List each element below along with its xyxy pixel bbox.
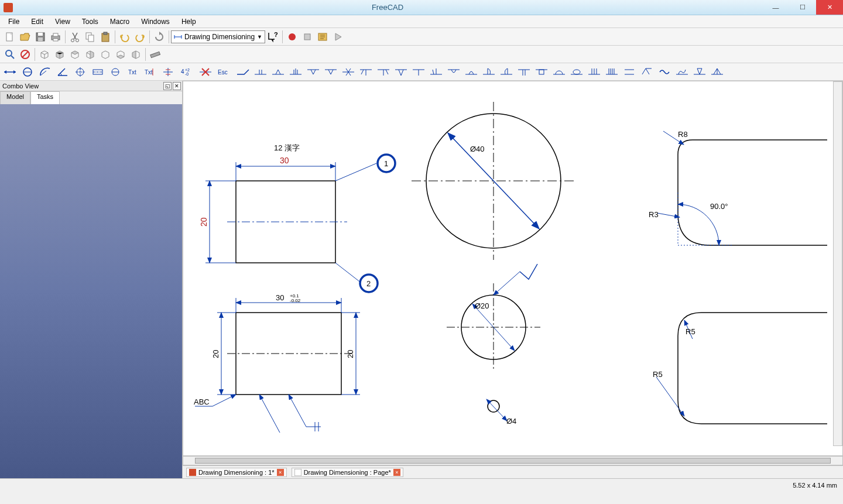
weld-sym-10-icon[interactable]: [393, 65, 409, 79]
weld-sym-3-icon[interactable]: [270, 65, 286, 79]
weld-sym-25-icon[interactable]: [657, 65, 672, 79]
linear-dim-icon[interactable]: [2, 65, 18, 79]
paste-icon[interactable]: [98, 29, 113, 44]
delete-dim-icon[interactable]: [198, 65, 213, 79]
right-view-icon[interactable]: [83, 47, 98, 62]
tolerance-icon[interactable]: [160, 65, 176, 79]
weld-sym-11-icon[interactable]: [411, 65, 426, 79]
workbench-selector[interactable]: Drawing Dimensioning ▼: [171, 30, 265, 43]
status-coords: 5.52 x 4.14 mm: [793, 482, 837, 489]
redo-icon[interactable]: [132, 29, 148, 44]
circle-dim-icon[interactable]: [20, 65, 35, 79]
angle-dim-icon[interactable]: [55, 65, 70, 79]
bottom-view-icon[interactable]: [113, 47, 128, 62]
undo-icon[interactable]: [117, 29, 132, 44]
doctab-1-close-icon[interactable]: ×: [277, 469, 284, 476]
svg-line-61: [331, 70, 333, 74]
svg-rect-2: [38, 33, 43, 36]
weld-sym-2-icon[interactable]: [253, 65, 268, 79]
dim-rect2-hleft: 20: [211, 350, 220, 358]
minimize-button[interactable]: —: [762, 0, 789, 15]
horizontal-scrollbar[interactable]: [183, 456, 843, 465]
maximize-button[interactable]: ☐: [789, 0, 816, 15]
print-icon[interactable]: [48, 29, 63, 44]
weld-sym-23-icon[interactable]: [622, 65, 637, 79]
table-icon[interactable]: 4+2-0: [178, 65, 193, 79]
weld-sym-5-icon[interactable]: [306, 65, 321, 79]
weld-sym-8-icon[interactable]: [358, 65, 373, 79]
run-macro-icon[interactable]: [330, 29, 345, 44]
weld-sym-1-icon[interactable]: [235, 65, 251, 79]
weld-sym-19-icon[interactable]: [551, 65, 567, 79]
weld-sym-21-icon[interactable]: [587, 65, 602, 79]
refresh-icon[interactable]: [152, 29, 167, 44]
weld-sym-17-icon[interactable]: [516, 65, 532, 79]
doctab-2[interactable]: Drawing Dimensioning : Page* ×: [292, 468, 403, 477]
menu-file[interactable]: File: [2, 16, 25, 27]
tab-tasks[interactable]: Tasks: [30, 91, 60, 104]
open-icon[interactable]: [18, 29, 33, 44]
weld-sym-18-icon[interactable]: [534, 65, 549, 79]
whatsthis-icon[interactable]: ?: [265, 29, 280, 44]
menu-help[interactable]: Help: [176, 16, 202, 27]
weld-sym-13-icon[interactable]: [446, 65, 461, 79]
rear-view-icon[interactable]: [98, 47, 113, 62]
menu-macro[interactable]: Macro: [104, 16, 135, 27]
record-macro-icon[interactable]: [285, 29, 300, 44]
panel-close-button[interactable]: ✕: [173, 82, 181, 90]
measure-icon[interactable]: [148, 47, 163, 62]
weld-sym-9-icon[interactable]: [376, 65, 391, 79]
copy-icon[interactable]: [83, 29, 98, 44]
menu-tools[interactable]: Tools: [76, 16, 104, 27]
left-view-icon[interactable]: [128, 47, 143, 62]
draw-style-icon[interactable]: [18, 47, 33, 62]
weld-sym-16-icon[interactable]: [499, 65, 514, 79]
front-view-icon[interactable]: [52, 47, 67, 62]
drawing-canvas[interactable]: 30 20 12 漢字 1 2: [183, 81, 843, 456]
dim-rect2-toldn: -0.02: [290, 298, 301, 303]
weld-sym-12-icon[interactable]: [429, 65, 444, 79]
weld-sym-6-icon[interactable]: [323, 65, 338, 79]
weld-sym-7-icon[interactable]: [341, 65, 356, 79]
menu-windows[interactable]: Windows: [135, 16, 176, 27]
half-dim-icon[interactable]: [108, 65, 123, 79]
save-icon[interactable]: [33, 29, 48, 44]
macros-icon[interactable]: [315, 29, 330, 44]
cut-icon[interactable]: [67, 29, 83, 44]
escape-icon[interactable]: Esc: [215, 65, 231, 79]
vertical-scrollbar[interactable]: [833, 81, 842, 446]
close-button[interactable]: ✕: [816, 0, 843, 15]
svg-rect-10: [88, 35, 94, 42]
weld-sym-20-icon[interactable]: [569, 65, 584, 79]
combo-view-header: Combo View ◱ ✕: [0, 81, 182, 91]
doctab-2-close-icon[interactable]: ×: [393, 469, 400, 476]
doctab-1[interactable]: Drawing Dimensioning : 1* ×: [186, 468, 287, 477]
center-line-icon[interactable]: [90, 65, 105, 79]
svg-line-145: [656, 377, 684, 416]
menu-edit[interactable]: Edit: [25, 16, 49, 27]
stop-macro-icon[interactable]: [300, 29, 315, 44]
dropdown-arrow-icon: ▼: [257, 34, 262, 40]
weld-sym-24-icon[interactable]: [639, 65, 654, 79]
radius-dim-icon[interactable]: [37, 65, 53, 79]
svg-rect-146: [189, 469, 196, 476]
weld-sym-28-icon[interactable]: [710, 65, 725, 79]
new-icon[interactable]: [2, 29, 18, 44]
weld-sym-4-icon[interactable]: [288, 65, 303, 79]
panel-float-button[interactable]: ◱: [163, 82, 172, 90]
grab-point-icon[interactable]: Txt: [125, 65, 140, 79]
weld-sym-22-icon[interactable]: [604, 65, 619, 79]
top-view-icon[interactable]: [67, 47, 83, 62]
weld-sym-26-icon[interactable]: [674, 65, 690, 79]
weld-sym-14-icon[interactable]: [464, 65, 479, 79]
svg-line-122: [213, 395, 236, 406]
text-add-icon[interactable]: Txt: [143, 65, 158, 79]
iso-view-icon[interactable]: [37, 47, 52, 62]
weld-sym-15-icon[interactable]: [481, 65, 496, 79]
weld-sym-27-icon[interactable]: [692, 65, 707, 79]
menu-view[interactable]: View: [49, 16, 76, 27]
zoom-fit-icon[interactable]: [2, 47, 18, 62]
dim-r5a: R5: [686, 327, 695, 336]
center-lines-icon[interactable]: [73, 65, 88, 79]
tab-model[interactable]: Model: [0, 91, 30, 104]
